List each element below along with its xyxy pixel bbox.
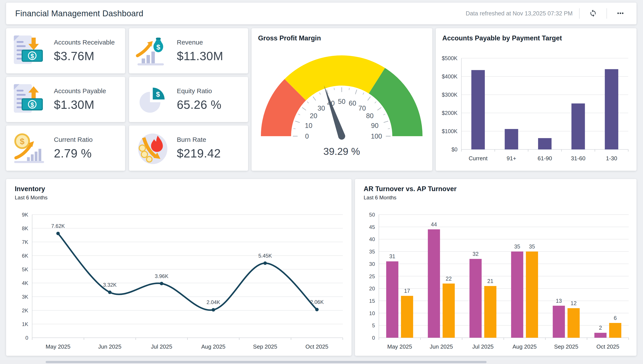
bar-accounts-payable[interactable]: [504, 129, 518, 150]
inventory-line-chart[interactable]: 01K2K3K4K5K6K7K8K9KMay 2025Jun 2025Jul 2…: [6, 203, 352, 355]
svg-text:Aug 2025: Aug 2025: [512, 343, 536, 350]
svg-text:May 2025: May 2025: [387, 343, 412, 350]
kpi-card-current-ratio: $Current Ratio2.79 %: [6, 126, 125, 171]
svg-text:Oct 2025: Oct 2025: [306, 343, 328, 350]
accounts-receivable-icon: $: [12, 34, 46, 68]
svg-text:Jul 2025: Jul 2025: [151, 343, 172, 350]
svg-text:$0: $0: [452, 146, 458, 152]
data-point[interactable]: [212, 308, 215, 312]
svg-text:90: 90: [371, 122, 378, 130]
svg-text:80: 80: [366, 112, 374, 120]
gauge-chart[interactable]: 010203040506070809010039.29 %: [252, 28, 432, 171]
svg-text:$400K: $400K: [442, 74, 458, 80]
data-point[interactable]: [56, 232, 60, 235]
data-point[interactable]: [108, 290, 112, 294]
svg-text:31-60: 31-60: [571, 155, 586, 162]
svg-text:61-90: 61-90: [538, 155, 552, 162]
svg-text:$: $: [30, 101, 34, 108]
current-ratio-icon: $: [12, 131, 46, 166]
svg-text:12: 12: [571, 300, 577, 306]
bar-ar-turnover[interactable]: [594, 333, 606, 338]
bar-ap-turnover[interactable]: [443, 284, 455, 338]
svg-text:2: 2: [599, 325, 602, 331]
svg-text:13: 13: [556, 298, 562, 304]
svg-text:$: $: [30, 52, 34, 60]
inventory-card: Inventory Last 6 Months 01K2K3K4K5K6K7K8…: [6, 179, 352, 356]
svg-text:5.45K: 5.45K: [258, 253, 272, 259]
svg-text:70: 70: [358, 104, 366, 112]
svg-text:8K: 8K: [22, 226, 28, 231]
svg-text:44: 44: [431, 221, 437, 228]
kpi-card-burn-rate: Burn Rate$219.42: [129, 126, 248, 171]
kpi-text: Revenue$11.30M: [177, 39, 223, 63]
bar-ar-turnover[interactable]: [511, 252, 523, 338]
svg-text:0: 0: [305, 132, 309, 140]
refresh-button[interactable]: [586, 8, 600, 19]
data-point[interactable]: [315, 308, 319, 311]
svg-text:20: 20: [369, 286, 375, 292]
bar-accounts-payable[interactable]: [572, 104, 585, 150]
svg-text:Jul 2025: Jul 2025: [472, 343, 494, 350]
kpi-card-equity-ratio: $Equity Ratio65.26 %: [129, 77, 248, 122]
svg-text:Aug 2025: Aug 2025: [201, 343, 226, 350]
svg-text:0: 0: [26, 335, 28, 341]
bar-accounts-payable[interactable]: [605, 69, 618, 150]
bar-ar-turnover[interactable]: [553, 306, 565, 338]
svg-text:32: 32: [472, 251, 478, 257]
svg-text:22: 22: [446, 276, 452, 282]
svg-text:45: 45: [369, 224, 375, 230]
line-series: [58, 234, 317, 310]
svg-text:Current: Current: [468, 155, 488, 162]
gross-profit-margin-card: Gross Profit Margin 01020304050607080901…: [252, 28, 432, 171]
bar-accounts-payable[interactable]: [538, 138, 552, 150]
svg-text:50: 50: [338, 98, 346, 105]
header: Financial Management Dashboard Data refr…: [6, 2, 636, 24]
equity-ratio-icon: $: [135, 82, 170, 117]
bar-ap-turnover[interactable]: [609, 323, 621, 338]
svg-text:35: 35: [369, 249, 375, 254]
svg-text:20: 20: [310, 112, 317, 120]
svg-text:10: 10: [369, 310, 375, 316]
svg-text:2.04K: 2.04K: [206, 299, 220, 305]
bar-ar-turnover[interactable]: [470, 259, 482, 338]
svg-text:$: $: [156, 43, 160, 51]
kpi-label: Current Ratio: [54, 136, 92, 143]
bar-ap-turnover[interactable]: [568, 308, 580, 338]
refresh-icon: [589, 9, 597, 18]
turnover-bar-chart[interactable]: 05101520253035404550May 2025Jun 2025Jul …: [355, 203, 636, 355]
data-point[interactable]: [264, 262, 267, 265]
kpi-label: Revenue: [177, 39, 223, 46]
scrollbar-thumb[interactable]: [46, 361, 486, 363]
bar-ar-turnover[interactable]: [428, 229, 440, 338]
horizontal-scrollbar[interactable]: [0, 360, 643, 364]
kpi-label: Accounts Payable: [54, 87, 106, 95]
data-point[interactable]: [160, 282, 163, 286]
svg-text:$: $: [156, 90, 160, 98]
bar-accounts-payable[interactable]: [472, 70, 485, 150]
gauge-needle: [324, 85, 345, 137]
svg-text:3.96K: 3.96K: [155, 273, 168, 279]
svg-text:3K: 3K: [22, 294, 28, 300]
svg-text:50: 50: [369, 212, 375, 218]
svg-text:4K: 4K: [22, 280, 28, 286]
svg-text:30: 30: [369, 261, 375, 267]
bar-ar-turnover[interactable]: [386, 261, 398, 338]
kpi-value: 65.26 %: [177, 98, 221, 112]
more-options-button[interactable]: [614, 8, 627, 19]
bar-ap-turnover[interactable]: [484, 286, 496, 338]
svg-text:$100K: $100K: [442, 128, 458, 134]
kpi-text: Accounts Receivable$3.76M: [54, 39, 115, 63]
svg-text:0: 0: [372, 335, 375, 341]
kpi-label: Burn Rate: [177, 136, 221, 143]
svg-text:25: 25: [369, 274, 375, 279]
svg-text:Sep 2025: Sep 2025: [253, 343, 277, 350]
kpi-text: Accounts Payable$1.30M: [54, 87, 106, 112]
ap-aging-bar-chart[interactable]: $0$100K$200K$300K$400K$500KCurrent91+61-…: [436, 52, 636, 170]
svg-text:6: 6: [614, 315, 617, 321]
svg-text:21: 21: [487, 278, 493, 284]
kpi-value: $11.30M: [177, 49, 223, 63]
bar-ap-turnover[interactable]: [401, 296, 413, 338]
svg-text:6K: 6K: [22, 253, 28, 259]
revenue-icon: $: [135, 34, 170, 68]
bar-ap-turnover[interactable]: [526, 252, 538, 338]
